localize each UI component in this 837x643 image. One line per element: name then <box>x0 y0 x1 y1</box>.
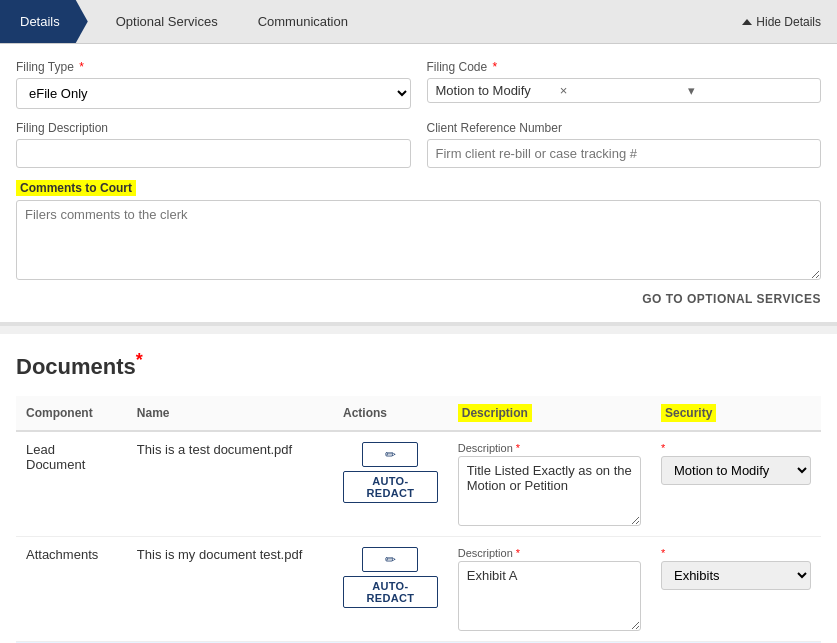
description-field: Description * Title Listed Exactly as on… <box>458 442 641 526</box>
col-actions: Actions <box>333 396 448 431</box>
description-textarea[interactable]: Exhibit A <box>458 561 641 631</box>
edit-button[interactable]: ✏ <box>362 547 418 572</box>
tabs-bar: Details Optional Services Communication … <box>0 0 837 44</box>
filing-code-wrapper: Motion to Modify × ▾ <box>427 78 822 103</box>
client-reference-input[interactable] <box>427 139 822 168</box>
security-select[interactable]: Motion to ModifyExhibitsOrders/Judgments <box>661 561 811 590</box>
filing-code-group: Filing Code * Motion to Modify × ▾ <box>427 60 822 109</box>
auto-redact-button[interactable]: AUTO-REDACT <box>343 576 438 608</box>
col-name: Name <box>127 396 333 431</box>
table-row: Lead Document This is a test document.pd… <box>16 431 821 537</box>
go-to-optional-section: GO TO OPTIONAL SERVICES <box>16 291 821 306</box>
table-row: Attachments This is my document test.pdf… <box>16 537 821 642</box>
col-component: Component <box>16 396 127 431</box>
filing-description-input[interactable] <box>16 139 411 168</box>
form-section: Filing Type * eFile Only Filing Code * M… <box>0 44 837 326</box>
tab-optional-services[interactable]: Optional Services <box>88 0 238 43</box>
col-description: Description <box>448 396 651 431</box>
filing-code-value: Motion to Modify <box>436 83 560 98</box>
filing-type-select[interactable]: eFile Only <box>16 78 411 109</box>
auto-redact-button[interactable]: AUTO-REDACT <box>343 471 438 503</box>
filing-type-group: Filing Type * eFile Only <box>16 60 411 109</box>
security-select[interactable]: Motion to ModifyExhibitsOrders/Judgments <box>661 456 811 485</box>
description-textarea[interactable]: Title Listed Exactly as on the Motion or… <box>458 456 641 526</box>
tab-details[interactable]: Details <box>0 0 88 43</box>
description-label: Description * <box>458 442 641 454</box>
filing-code-label: Filing Code * <box>427 60 822 74</box>
doc-name: This is my document test.pdf <box>137 547 302 562</box>
comments-label: Comments to Court <box>16 180 136 196</box>
filing-code-clear-icon[interactable]: × <box>560 83 684 98</box>
go-to-optional-button[interactable]: GO TO OPTIONAL SERVICES <box>642 292 821 306</box>
component-name: Lead Document <box>26 442 85 472</box>
documents-section: Documents* Component Name Actions Descri… <box>0 334 837 643</box>
security-field: * Motion to ModifyExhibitsOrders/Judgmen… <box>661 442 811 485</box>
client-reference-label: Client Reference Number <box>427 121 822 135</box>
edit-button[interactable]: ✏ <box>362 442 418 467</box>
hide-details-button[interactable]: Hide Details <box>726 0 837 43</box>
chevron-up-icon <box>742 19 752 25</box>
filing-type-label: Filing Type * <box>16 60 411 74</box>
client-reference-group: Client Reference Number <box>427 121 822 168</box>
action-buttons: ✏ AUTO-REDACT <box>343 547 438 608</box>
doc-name: This is a test document.pdf <box>137 442 292 457</box>
documents-table: Component Name Actions Description Secur… <box>16 396 821 643</box>
filing-description-label: Filing Description <box>16 121 411 135</box>
filing-description-group: Filing Description <box>16 121 411 168</box>
component-name: Attachments <box>26 547 98 562</box>
security-required-icon: * <box>661 547 811 559</box>
col-security: Security <box>651 396 821 431</box>
action-buttons: ✏ AUTO-REDACT <box>343 442 438 503</box>
comments-section: Comments to Court <box>16 180 821 283</box>
chevron-down-icon[interactable]: ▾ <box>688 83 812 98</box>
documents-title: Documents* <box>16 350 821 380</box>
security-field: * Motion to ModifyExhibitsOrders/Judgmen… <box>661 547 811 590</box>
security-required-icon: * <box>661 442 811 454</box>
tab-communication[interactable]: Communication <box>238 0 368 43</box>
description-field: Description * Exhibit A <box>458 547 641 631</box>
description-label: Description * <box>458 547 641 559</box>
comments-textarea[interactable] <box>16 200 821 280</box>
